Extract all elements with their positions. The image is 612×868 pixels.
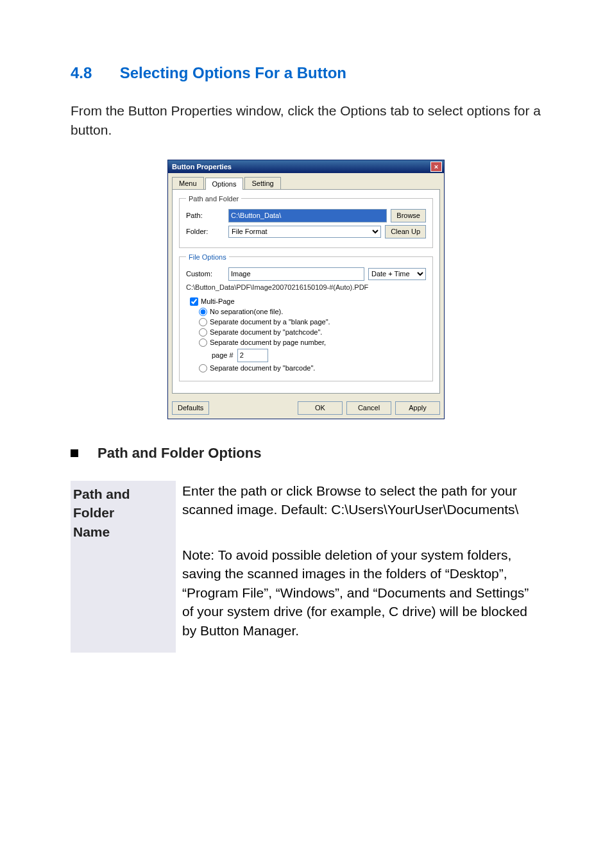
radio-blank-page-label: Separate document by a "blank page".	[210, 318, 330, 326]
page-number-input[interactable]	[237, 349, 268, 362]
tab-bar: Menu Options Setting	[172, 177, 440, 190]
radio-no-separation-label: No separation(one file).	[210, 308, 283, 315]
definition-term-empty	[71, 545, 176, 653]
radio-no-separation[interactable]	[199, 308, 207, 316]
radio-patchcode[interactable]	[199, 328, 207, 337]
tab-options[interactable]: Options	[205, 178, 244, 190]
path-folder-legend: Path and Folder	[186, 195, 241, 203]
radio-blank-page[interactable]	[199, 318, 207, 326]
tab-setting[interactable]: Setting	[244, 177, 280, 189]
section-number: 4.8	[71, 64, 115, 82]
radio-barcode[interactable]	[199, 364, 207, 372]
custom-label: Custom:	[186, 270, 225, 278]
page-number-label: page #	[212, 351, 234, 359]
defaults-button[interactable]: Defaults	[172, 401, 209, 415]
path-input[interactable]	[228, 209, 387, 222]
button-properties-dialog: Button Properties × Menu Options Setting…	[167, 160, 445, 419]
apply-button[interactable]: Apply	[395, 401, 440, 415]
bullet-square-icon	[71, 449, 78, 457]
subsection-heading: Path and Folder Options	[98, 445, 261, 462]
dialog-title: Button Properties	[172, 163, 232, 171]
file-options-legend: File Options	[186, 253, 229, 261]
cancel-button[interactable]: Cancel	[346, 401, 391, 415]
custom-input[interactable]	[228, 267, 364, 281]
subsection-heading-row: Path and Folder Options	[71, 445, 541, 462]
definition-term: Path and Folder Name	[71, 481, 176, 545]
datetime-select[interactable]: Date + Time	[368, 268, 426, 280]
tab-menu[interactable]: Menu	[172, 177, 204, 189]
file-options-group: File Options Custom: Date + Time C:\Butt…	[179, 253, 433, 381]
ok-button[interactable]: OK	[298, 401, 343, 415]
cleanup-button[interactable]: Clean Up	[385, 225, 426, 238]
section-title-text: Selecting Options For a Button	[120, 64, 346, 81]
folder-label: Folder:	[186, 228, 225, 235]
multipage-label: Multi-Page	[201, 297, 235, 305]
multipage-checkbox[interactable]	[190, 297, 198, 306]
radio-page-number-label: Separate document by page number,	[210, 338, 326, 346]
definition-desc-2: Note: To avoid possible deletion of your…	[176, 545, 541, 653]
term-line-3: Name	[73, 524, 110, 539]
radio-barcode-label: Separate document by "barcode".	[210, 364, 315, 372]
path-label: Path:	[186, 212, 225, 219]
definition-desc-1: Enter the path or click Browse to select…	[176, 481, 541, 545]
folder-select[interactable]: File Format	[228, 226, 381, 238]
path-folder-group: Path and Folder Path: Browse Folder: Fil…	[179, 195, 433, 248]
close-icon[interactable]: ×	[430, 162, 442, 172]
radio-patchcode-label: Separate document by "patchcode".	[210, 328, 322, 336]
section-heading: 4.8 Selecting Options For a Button	[71, 64, 541, 82]
dialog-titlebar: Button Properties ×	[168, 160, 444, 173]
browse-button[interactable]: Browse	[391, 209, 426, 222]
intro-paragraph: From the Button Properties window, click…	[71, 101, 541, 140]
definition-table: Path and Folder Name Enter the path or c…	[71, 481, 541, 653]
term-line-1: Path and	[73, 487, 130, 501]
radio-page-number[interactable]	[199, 338, 207, 347]
example-path: C:\Button_Data\PDF\Image20070216150109-#…	[186, 283, 426, 291]
term-line-2: Folder	[73, 505, 114, 520]
